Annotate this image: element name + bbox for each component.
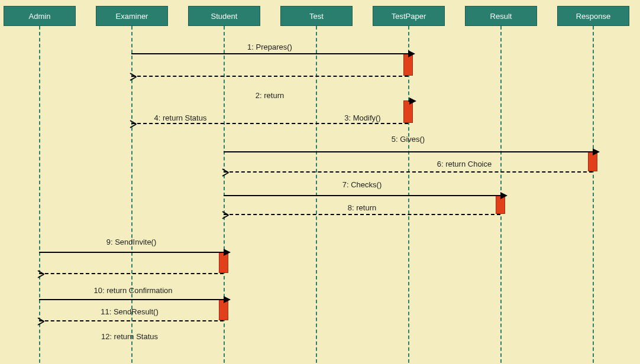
message-12-label: 12: return Status (101, 332, 158, 341)
participant-result: Result (465, 6, 537, 26)
message-8 (224, 214, 500, 215)
message-12 (39, 320, 224, 321)
participant-test: Test (280, 6, 353, 26)
message-1-arrowhead (408, 50, 415, 57)
message-9 (39, 252, 224, 253)
message-12-arrowhead (38, 317, 45, 324)
message-6-label: 6: return Choice (437, 160, 492, 168)
message-10 (39, 273, 224, 274)
message-5 (224, 151, 593, 152)
message-2-label: 2: return (256, 91, 284, 100)
lifeline-response (593, 26, 594, 363)
message-4-arrowhead (130, 120, 137, 127)
message-5-arrowhead (593, 148, 600, 155)
message-5-label: 5: Gives() (392, 135, 425, 144)
message-9-arrowhead (224, 249, 231, 256)
message-3-arrowhead (409, 98, 416, 105)
participant-testpaper: TestPaper (373, 6, 445, 26)
message-2 (131, 76, 408, 77)
participant-student: Student (188, 6, 260, 26)
lifeline-admin (39, 26, 40, 363)
message-1 (131, 53, 408, 54)
participant-response: Response (557, 6, 629, 26)
message-1-label: 1: Prepares() (247, 43, 292, 51)
message-4 (131, 123, 408, 124)
message-7 (224, 195, 500, 196)
participant-admin: Admin (4, 6, 76, 26)
message-9-label: 9: SendInvite() (106, 238, 157, 246)
participant-examiner: Examiner (96, 6, 168, 26)
message-8-label: 8: return (348, 203, 376, 212)
message-7-arrowhead (500, 192, 508, 199)
message-11-label: 11: SendResult() (101, 307, 159, 316)
message-7-label: 7: Checks() (342, 180, 382, 189)
message-3-label: 3: Modify() (344, 113, 380, 122)
message-4-label: 4: return Status (154, 113, 207, 122)
message-3 (408, 100, 409, 102)
message-6-arrowhead (222, 168, 230, 176)
message-11-arrowhead (224, 296, 231, 303)
message-6 (224, 171, 593, 173)
message-10-arrowhead (38, 270, 45, 277)
message-10-label: 10: return Confirmation (94, 286, 173, 295)
message-2-arrowhead (130, 73, 137, 80)
message-8-arrowhead (222, 211, 230, 218)
lifeline-testpaper (408, 26, 409, 363)
message-11 (39, 299, 224, 300)
